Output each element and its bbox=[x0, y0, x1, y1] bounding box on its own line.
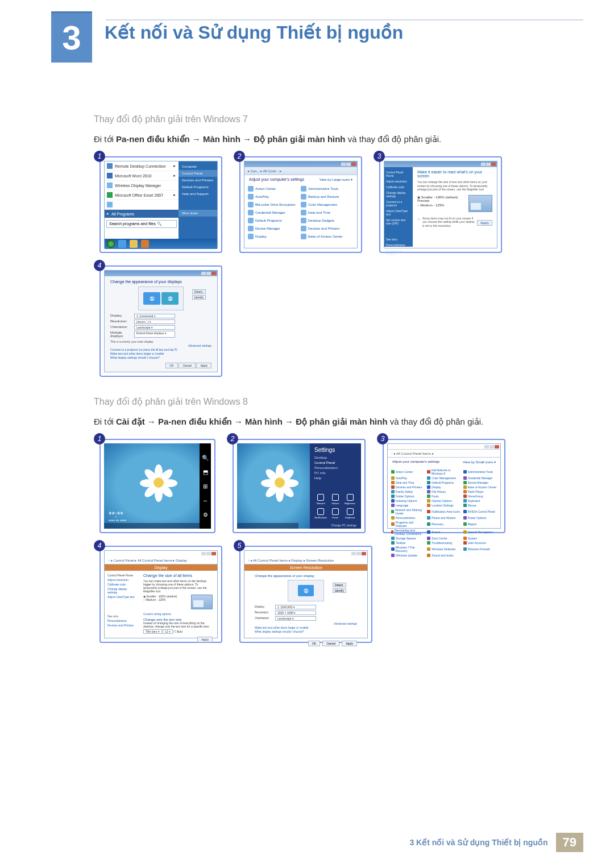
monitor-preview-icon bbox=[468, 195, 492, 212]
ok-button[interactable]: OK bbox=[165, 363, 177, 368]
chapter-header: 3 Kết nối và Sử dụng Thiết bị nguồn bbox=[0, 0, 614, 63]
win8-instruction: Đi tới Cài đặt → Pa-nen điều khiển → Màn… bbox=[94, 415, 563, 429]
ok-button[interactable]: OK bbox=[308, 641, 320, 646]
cp-item[interactable]: Color Management bbox=[301, 201, 354, 209]
cancel-button[interactable]: Cancel bbox=[322, 641, 339, 646]
start-search[interactable]: Search programs and files 🔍 bbox=[106, 220, 177, 228]
display-title: Make it easier to read what's on your sc… bbox=[417, 170, 492, 178]
taskbar bbox=[105, 239, 217, 249]
win7-step-3: 3 Control Panel HomeAdjust resolutionCal… bbox=[379, 156, 502, 253]
win8-step-4: 4 ↑ ▸ Control Panel ▸ All Control Panel … bbox=[99, 546, 222, 643]
dual-monitor-preview: ①② Detect Identify bbox=[138, 286, 184, 310]
devices-icon[interactable]: ↔ bbox=[202, 497, 209, 504]
win8-step-3: 3 ↑ ▸ All Control Panel Items ▸ Adjust y… bbox=[383, 439, 505, 533]
win7-step-2: 2 ▸ Con... ▸ All Contr... ▸ Adjust your … bbox=[239, 156, 362, 253]
address-bar[interactable]: ▸ Con... ▸ All Contr... ▸ bbox=[244, 167, 357, 175]
identify-button[interactable]: Identify bbox=[333, 588, 346, 593]
cp-item[interactable]: Action Center bbox=[248, 185, 301, 193]
apply-button[interactable]: Apply bbox=[342, 641, 357, 646]
apply-button[interactable]: Apply bbox=[197, 637, 213, 642]
desktop: **:** **** ** **** 🔍 ⬒ ⊞ ↔ ⚙ bbox=[104, 443, 211, 529]
chapter-number: 3 bbox=[51, 11, 92, 63]
cp-item[interactable]: Display bbox=[248, 232, 301, 240]
start-menu-right: Computer Control Panel Devices and Print… bbox=[179, 161, 217, 239]
apply-button[interactable]: Apply bbox=[196, 363, 211, 368]
win7-step-1: 1 Remote Desktop Connection Microsoft Wo… bbox=[99, 156, 222, 253]
cp-item[interactable]: Devices and Printers bbox=[301, 225, 354, 232]
chapter-title: Kết nối và Sử dụng Thiết bị nguồn bbox=[105, 11, 403, 43]
cp-item[interactable]: BitLocker Drive Encryption bbox=[248, 201, 301, 209]
win8-subheading: Thay đổi độ phân giải trên Windows 8 bbox=[94, 396, 563, 407]
address-bar[interactable]: ↑ ▸ All Control Panel Items ▸ bbox=[388, 450, 500, 458]
charms-bar: 🔍 ⬒ ⊞ ↔ ⚙ bbox=[200, 443, 211, 529]
start-orb-icon[interactable] bbox=[107, 240, 115, 248]
win7-instruction: Đi tới Pa-nen điều khiển → Màn hình → Độ… bbox=[94, 132, 563, 146]
monitor-preview-icon bbox=[191, 595, 213, 609]
view-by[interactable]: View by Large icons ▾ bbox=[320, 177, 352, 181]
cp-item[interactable]: Desktop Gadgets bbox=[301, 217, 354, 225]
share-icon[interactable]: ⬒ bbox=[202, 468, 209, 475]
cancel-button[interactable]: Cancel bbox=[179, 363, 196, 368]
control-panel-items: Action CenterAdministrative ToolsAutoPla… bbox=[244, 184, 357, 242]
start-icon[interactable]: ⊞ bbox=[202, 483, 209, 489]
cp-item[interactable]: Administrative Tools bbox=[301, 185, 354, 193]
display-sidebar: Control Panel Home Adjust resolution Cal… bbox=[105, 571, 139, 647]
page-footer: 3 Kết nối và Sử dụng Thiết bị nguồn 79 bbox=[409, 833, 583, 852]
monitor-preview: ① Detect Identify bbox=[288, 580, 324, 601]
cp-item[interactable]: AutoPlay bbox=[248, 193, 301, 201]
ie-icon[interactable] bbox=[118, 240, 126, 248]
resolution-title: Change the appearance of your displays bbox=[110, 280, 211, 284]
display-sidebar: Control Panel HomeAdjust resolutionCalib… bbox=[384, 167, 413, 247]
win7-step-4: 4 Change the appearance of your displays… bbox=[99, 265, 222, 377]
control-panel-link[interactable]: Control Panel bbox=[314, 461, 356, 464]
clock-overlay: **:** **** ** **** bbox=[109, 510, 126, 523]
cp-item[interactable]: Default Programs bbox=[248, 217, 301, 225]
cp-item[interactable]: Backup and Restore bbox=[301, 193, 354, 201]
page-number: 79 bbox=[556, 833, 583, 852]
explorer-icon[interactable] bbox=[130, 240, 138, 248]
control-panel-items: Action CenterAdd features to Windows 8Ad… bbox=[388, 466, 500, 559]
advanced-link[interactable]: Advanced settings bbox=[255, 622, 357, 625]
win8-step-1: 1 **:** ** bbox=[99, 439, 215, 533]
apply-button[interactable]: Apply bbox=[477, 220, 492, 226]
detect-button[interactable]: Detect bbox=[192, 289, 206, 294]
win8-step-5: 5 ↑ ▸ All Control Panel Items ▸ Display … bbox=[239, 546, 372, 643]
start-menu: Remote Desktop Connection Microsoft Word… bbox=[105, 161, 179, 239]
cp-item[interactable]: Date and Time bbox=[301, 209, 354, 217]
win7-subheading: Thay đổi độ phân giải trên Windows 7 bbox=[94, 114, 563, 124]
detect-button[interactable]: Detect bbox=[333, 583, 346, 587]
cp-header: Adjust your computer's settings bbox=[249, 177, 304, 181]
footer-chapter: 3 Kết nối và Sử dụng Thiết bị nguồn bbox=[409, 838, 547, 847]
win8-step-2: 2 Settings Desktop Control Panel bbox=[233, 439, 366, 533]
step-badge: 1 bbox=[94, 151, 105, 162]
cp-item[interactable]: Ease of Access Center bbox=[301, 232, 354, 240]
search-icon[interactable]: 🔍 bbox=[202, 454, 209, 461]
cp-item[interactable]: Credential Manager bbox=[248, 209, 301, 217]
settings-icon[interactable]: ⚙ bbox=[202, 511, 209, 518]
settings-pane: Settings Desktop Control Panel Personali… bbox=[310, 443, 361, 529]
identify-button[interactable]: Identify bbox=[192, 295, 206, 300]
cp-item[interactable]: Device Manager bbox=[248, 225, 301, 232]
media-icon[interactable] bbox=[141, 240, 149, 248]
wallpaper-daisy-icon bbox=[142, 466, 176, 500]
advanced-link[interactable]: Advanced settings bbox=[110, 344, 211, 347]
